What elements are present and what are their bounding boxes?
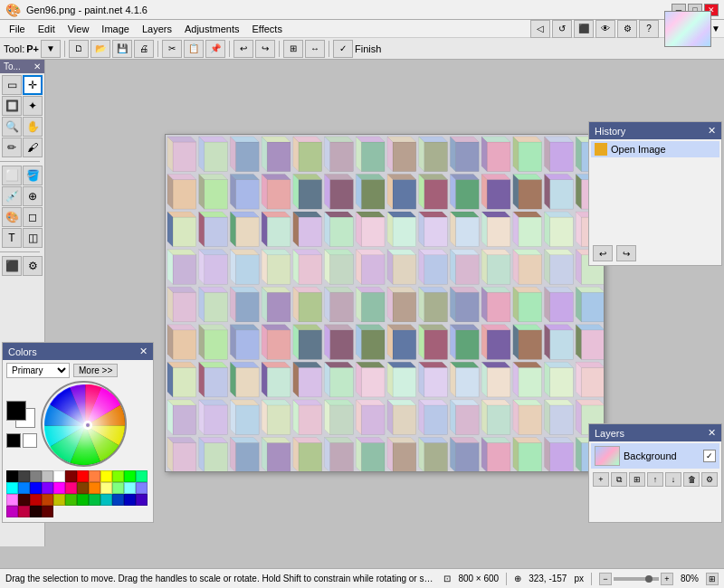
tool-gradient[interactable]: ◫ xyxy=(23,228,43,248)
thumbnail-arrow[interactable]: ▼ xyxy=(711,24,720,33)
layer-up-btn[interactable]: ↑ xyxy=(647,472,663,487)
palette-color[interactable] xyxy=(6,482,18,494)
tool-extra-1[interactable]: ⬛ xyxy=(2,256,22,276)
palette-color[interactable] xyxy=(18,470,30,482)
main-canvas[interactable] xyxy=(165,134,605,472)
tool-eraser[interactable]: ⬜ xyxy=(2,166,22,185)
palette-color[interactable] xyxy=(112,470,124,482)
palette-color[interactable] xyxy=(30,470,42,482)
tool-move[interactable]: ✛ xyxy=(23,75,43,95)
zoom-in-btn[interactable]: + xyxy=(661,573,673,585)
history-close-btn[interactable]: ✕ xyxy=(708,125,716,137)
palette-color[interactable] xyxy=(18,494,30,506)
menu-adjustments[interactable]: Adjustments xyxy=(179,22,245,36)
help-btn[interactable]: ? xyxy=(639,20,659,38)
palette-color[interactable] xyxy=(42,482,53,494)
tool-lasso[interactable]: 🔲 xyxy=(2,96,22,116)
menu-edit[interactable]: Edit xyxy=(33,22,61,36)
tool-color-picker[interactable]: 💉 xyxy=(2,186,22,206)
palette-color[interactable] xyxy=(136,494,148,506)
palette-color[interactable] xyxy=(77,494,89,506)
tool-text[interactable]: T xyxy=(2,228,22,248)
colors-close-btn[interactable]: ✕ xyxy=(139,346,148,357)
palette-color[interactable] xyxy=(124,482,136,494)
palette-color[interactable] xyxy=(77,482,89,494)
layer-props-btn[interactable]: ⚙ xyxy=(701,472,718,487)
tool-pan[interactable]: ✋ xyxy=(23,117,43,137)
tool-magic-wand[interactable]: ✦ xyxy=(23,96,43,116)
color-wheel[interactable] xyxy=(41,381,127,467)
palette-color[interactable] xyxy=(42,494,53,506)
layer-del-btn[interactable]: 🗑 xyxy=(683,472,700,487)
palette-color[interactable] xyxy=(6,470,18,482)
tb-redo[interactable]: ↪ xyxy=(255,40,275,58)
tool-clone[interactable]: ⊕ xyxy=(23,186,43,206)
tool-brush[interactable]: 🖌 xyxy=(23,138,43,157)
palette-color[interactable] xyxy=(6,494,18,506)
tool-rectangle-select[interactable]: ▭ xyxy=(2,75,22,95)
palette-color[interactable] xyxy=(89,494,100,506)
history-redo-btn[interactable]: ↪ xyxy=(616,245,636,261)
tool-pencil[interactable]: ✏ xyxy=(2,138,22,157)
palette-color[interactable] xyxy=(89,470,100,482)
tb-print[interactable]: 🖨 xyxy=(134,40,154,58)
palette-color[interactable] xyxy=(30,494,42,506)
palette-color[interactable] xyxy=(65,482,77,494)
palette-color[interactable] xyxy=(65,494,77,506)
palette-color[interactable] xyxy=(18,506,30,517)
zoom-out-btn[interactable]: − xyxy=(599,573,612,585)
tool-dropdown[interactable]: ▼ xyxy=(41,40,61,58)
tool-recolor[interactable]: 🎨 xyxy=(2,207,22,227)
palette-color[interactable] xyxy=(136,470,148,482)
white-swatch[interactable] xyxy=(23,433,37,448)
menu-effects[interactable]: Effects xyxy=(247,22,288,36)
palette-color[interactable] xyxy=(53,470,65,482)
tb-copy[interactable]: 📋 xyxy=(184,40,204,58)
palette-color[interactable] xyxy=(30,506,42,517)
menu-layers[interactable]: Layers xyxy=(137,22,177,36)
black-swatch[interactable] xyxy=(6,433,21,448)
palette-color[interactable] xyxy=(124,470,136,482)
palette-color[interactable] xyxy=(53,494,65,506)
layer-down-btn[interactable]: ↓ xyxy=(665,472,681,487)
layer-item[interactable]: Background ✓ xyxy=(591,443,719,469)
tools-close-btn[interactable]: ✕ xyxy=(33,62,41,71)
palette-color[interactable] xyxy=(53,482,65,494)
palette-color[interactable] xyxy=(100,470,112,482)
history-item[interactable]: Open Image xyxy=(591,141,719,157)
palette-color[interactable] xyxy=(77,470,89,482)
layer-dup-btn[interactable]: ⧉ xyxy=(611,472,627,487)
layer-add-btn[interactable]: + xyxy=(593,472,609,487)
tb-cut[interactable]: ✂ xyxy=(162,40,182,58)
settings-btn[interactable]: ⚙ xyxy=(617,20,637,38)
foreground-color-swatch[interactable] xyxy=(6,401,26,421)
more-button[interactable]: More >> xyxy=(73,364,118,377)
tool-extra-2[interactable]: ⚙ xyxy=(23,256,43,276)
nav-btn-3[interactable]: ⬛ xyxy=(574,20,594,38)
tb-resize[interactable]: ↔ xyxy=(305,40,325,58)
palette-color[interactable] xyxy=(112,482,124,494)
nav-btn-4[interactable]: 👁 xyxy=(595,20,615,38)
layers-close-btn[interactable]: ✕ xyxy=(708,427,716,439)
tool-shapes[interactable]: ◻ xyxy=(23,207,43,227)
tb-crop[interactable]: ⊞ xyxy=(283,40,303,58)
tb-new[interactable]: 🗋 xyxy=(69,40,89,58)
tool-fill[interactable]: 🪣 xyxy=(23,166,43,185)
zoom-slider[interactable] xyxy=(614,577,659,581)
nav-btn-1[interactable]: ◁ xyxy=(530,20,550,38)
menu-file[interactable]: File xyxy=(4,22,31,36)
palette-color[interactable] xyxy=(124,494,136,506)
palette-color[interactable] xyxy=(112,494,124,506)
palette-color[interactable] xyxy=(6,506,18,517)
palette-color[interactable] xyxy=(42,506,53,517)
palette-color[interactable] xyxy=(42,470,53,482)
palette-color[interactable] xyxy=(65,470,77,482)
tb-save[interactable]: 💾 xyxy=(112,40,132,58)
tb-check[interactable]: ✓ xyxy=(333,40,353,58)
primary-select[interactable]: Primary xyxy=(6,363,70,378)
palette-color[interactable] xyxy=(30,482,42,494)
palette-color[interactable] xyxy=(89,482,100,494)
layer-merge-btn[interactable]: ⊞ xyxy=(629,472,645,487)
tb-open[interactable]: 📂 xyxy=(90,40,110,58)
palette-color[interactable] xyxy=(100,494,112,506)
